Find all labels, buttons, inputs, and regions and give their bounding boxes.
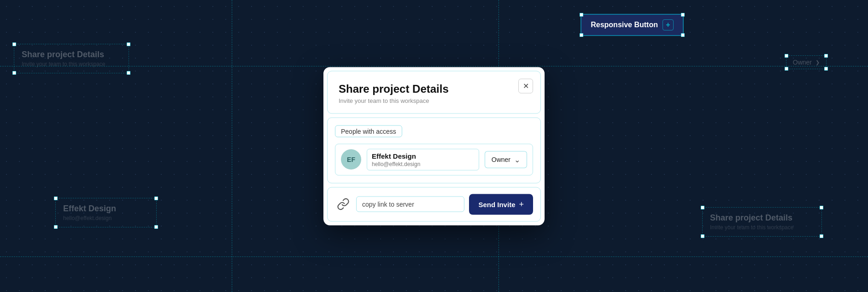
modal-overlay: Share project Details Invite your team t…: [323, 67, 545, 225]
modal-subtitle: Invite your team to this workspace: [339, 97, 529, 104]
handle-bl: [54, 225, 58, 229]
handle-tr: [824, 54, 828, 58]
people-label: People with access: [335, 125, 402, 137]
handle-bl: [12, 71, 16, 75]
effekt-ghost-card: Effekt Design hello@effekt.design: [55, 198, 157, 227]
people-with-access-section: People with access EF Effekt Design hell…: [327, 117, 541, 183]
copy-link-icon: [337, 198, 350, 211]
action-section: copy link to server Send Invite +: [327, 187, 541, 221]
guide-line-horizontal-bottom: [0, 256, 868, 257]
handle-tl: [12, 42, 16, 46]
handle-tr: [820, 206, 823, 209]
owner-label: Owner: [793, 59, 812, 66]
guide-line-vertical-left: [232, 0, 232, 292]
ghost-sub-tl: Invite your team to this workspace: [22, 61, 121, 67]
user-name: Effekt Design: [372, 152, 474, 160]
share-ghost-top-left: Share project Details Invite your team t…: [14, 44, 129, 73]
owner-dropdown-ghost: Owner ❯: [786, 55, 827, 69]
send-invite-button[interactable]: Send Invite +: [469, 194, 533, 215]
handle-bl: [580, 33, 583, 37]
close-button[interactable]: ✕: [518, 78, 533, 93]
responsive-button-label: Responsive Button: [591, 21, 658, 29]
handle-tr: [127, 42, 130, 46]
handle-tl: [701, 206, 704, 209]
share-ghost-bottom-right: Share project Details Invite your team t…: [702, 207, 822, 237]
role-label: Owner: [492, 156, 510, 163]
user-email: hello@effekt.design: [372, 161, 474, 167]
link-icon-box: [335, 196, 352, 213]
ghost-title-tl: Share project Details: [22, 50, 121, 60]
role-dropdown[interactable]: Owner ⌄: [485, 151, 527, 168]
share-ghost-br-sub: Invite your team to this workspace: [710, 224, 814, 231]
handle-br: [154, 225, 158, 229]
avatar: EF: [341, 149, 361, 170]
handle-br: [824, 67, 828, 71]
handle-tl: [580, 13, 583, 17]
modal-title: Share project Details: [339, 82, 529, 95]
handle-tl: [54, 197, 58, 200]
modal-header: Share project Details Invite your team t…: [327, 71, 541, 113]
handle-br: [820, 234, 823, 238]
responsive-button[interactable]: Responsive Button +: [581, 14, 684, 36]
handle-bl: [785, 67, 788, 71]
user-info: Effekt Design hello@effekt.design: [367, 149, 479, 170]
plus-icon: +: [519, 199, 524, 209]
handle-br: [681, 33, 685, 37]
user-row: EF Effekt Design hello@effekt.design Own…: [335, 143, 533, 175]
guide-line-horizontal-top: [0, 66, 868, 66]
chevron-down-icon: ❯: [815, 60, 820, 66]
handle-tr: [681, 13, 685, 17]
share-modal: Share project Details Invite your team t…: [323, 67, 545, 225]
handle-tl: [785, 54, 788, 58]
effekt-ghost-title: Effekt Design: [63, 204, 149, 214]
share-ghost-br-title: Share project Details: [710, 213, 814, 223]
send-invite-label: Send Invite: [478, 200, 515, 208]
handle-tr: [154, 197, 158, 200]
copy-link-text[interactable]: copy link to server: [356, 197, 464, 212]
add-icon[interactable]: +: [663, 19, 674, 30]
effekt-ghost-sub: hello@effekt.design: [63, 215, 149, 221]
chevron-down-icon: ⌄: [514, 155, 520, 164]
handle-bl: [701, 234, 704, 238]
handle-br: [127, 71, 130, 75]
